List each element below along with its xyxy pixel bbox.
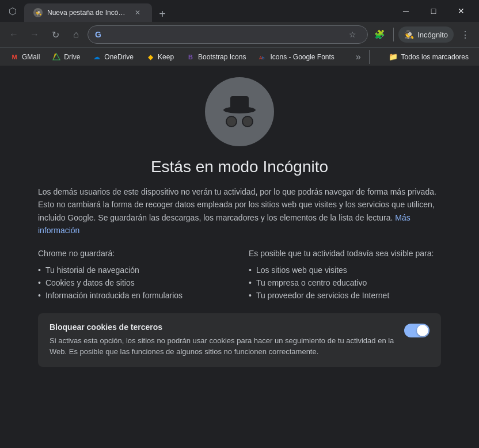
list-item: Información introducida en formularios	[38, 289, 230, 302]
bookmarks-folder-button[interactable]: 📁 Todos los marcadores	[383, 50, 474, 64]
bookmark-google-fonts[interactable]: A b Icons - Google Fonts	[253, 50, 340, 64]
svg-point-11	[243, 117, 252, 126]
address-actions: ☆	[344, 26, 360, 43]
incognito-label: Incógnito	[417, 31, 448, 39]
col1-title: Chrome no guardará:	[38, 249, 230, 258]
minimize-button[interactable]: ─	[393, 2, 419, 20]
incognito-button[interactable]: 🕵 Incógnito	[398, 26, 454, 43]
folder-icon: 📁	[389, 52, 398, 61]
toggle-knob	[417, 325, 428, 336]
home-button[interactable]: ⌂	[67, 25, 85, 44]
list-item: Tu proveedor de servicios de Internet	[249, 289, 441, 302]
active-tab[interactable]: 🕵 Nueva pestaña de Incógnito ✕	[24, 3, 152, 22]
svg-text:b: b	[262, 55, 265, 60]
list-item: Tu historial de navegación	[38, 264, 230, 276]
bookmarks-folder-label: Todos los marcadores	[401, 53, 469, 61]
bookmark-bootstrap-label: Bootstrap Icons	[198, 53, 246, 61]
g-logo-icon: G	[95, 30, 101, 39]
activity-visible-col: Es posible que tu actividad todavía sea …	[249, 249, 441, 302]
close-button[interactable]: ✕	[448, 2, 474, 20]
main-content: Estás en modo Incógnito Los demás usuari…	[0, 66, 479, 448]
bookmark-onedrive[interactable]: ☁ OneDrive	[87, 50, 139, 64]
drive-icon	[52, 53, 60, 61]
tab-bar: 🕵 Nueva pestaña de Incógnito ✕ +	[24, 0, 389, 22]
bookmark-keep-label: Keep	[158, 53, 174, 61]
bootstrap-icon: B	[187, 53, 195, 61]
incognito-icon-circle	[205, 77, 274, 146]
window-controls: ─ □ ✕	[393, 2, 474, 20]
bookmark-star-icon[interactable]: ☆	[344, 26, 360, 43]
back-button[interactable]: ←	[5, 25, 23, 44]
onedrive-icon: ☁	[93, 53, 101, 61]
cookie-block-toggle[interactable]	[404, 324, 429, 337]
reload-button[interactable]: ↻	[46, 25, 64, 44]
two-column-section: Chrome no guardará: Tu historial de nave…	[38, 249, 441, 302]
gmail-icon: M	[10, 53, 18, 61]
list-item: Tu empresa o centro educativo	[249, 276, 441, 289]
bookmarks-more-button[interactable]: »	[351, 50, 366, 64]
nav-extras: 🧩 🕵 Incógnito ⋮	[370, 25, 474, 44]
bookmark-gmail[interactable]: M GMail	[5, 50, 45, 64]
tab-favicon: 🕵	[33, 8, 43, 17]
col2-list: Los sitios web que visites Tu empresa o …	[249, 264, 441, 302]
titlebar: ⬡ 🕵 Nueva pestaña de Incógnito ✕ + ─ □ ✕	[0, 0, 479, 22]
bookmark-drive-label: Drive	[64, 53, 80, 61]
google-fonts-icon: A b	[258, 53, 267, 61]
restore-button[interactable]: □	[420, 2, 447, 20]
incognito-container: Estás en modo Incógnito Los demás usuari…	[38, 77, 441, 434]
address-bar[interactable]: G ☆	[88, 25, 368, 44]
col1-list: Tu historial de navegación Cookies y dat…	[38, 264, 230, 302]
profile-icon[interactable]: ⬡	[5, 3, 21, 19]
address-input[interactable]	[106, 30, 340, 39]
extensions-icon[interactable]: 🧩	[370, 25, 389, 44]
navbar: ← → ↻ ⌂ G ☆ 🧩 🕵 Incógnito ⋮	[0, 22, 479, 47]
cookie-block-text: Bloquear cookies de terceros Si activas …	[50, 322, 395, 358]
menu-button[interactable]: ⋮	[456, 25, 474, 44]
bookmark-drive[interactable]: Drive	[47, 50, 86, 64]
incognito-svg-icon	[216, 92, 263, 132]
col2-title: Es posible que tu actividad todavía sea …	[249, 249, 441, 258]
list-item: Cookies y datos de sitios	[38, 276, 230, 289]
cookie-block-title: Bloquear cookies de terceros	[50, 322, 395, 332]
cookie-block-desc: Si activas esta opción, los sitios no po…	[50, 335, 395, 358]
list-item: Los sitios web que visites	[249, 264, 441, 276]
bookmark-keep[interactable]: ◆ Keep	[140, 50, 180, 64]
tab-close-button[interactable]: ✕	[132, 7, 143, 18]
keep-icon: ◆	[146, 53, 154, 61]
chrome-wont-save-col: Chrome no guardará: Tu historial de nave…	[38, 249, 230, 302]
svg-point-9	[227, 117, 236, 126]
bookmark-onedrive-label: OneDrive	[104, 53, 134, 61]
incognito-title: Estás en modo Incógnito	[151, 158, 328, 176]
tab-title: Nueva pestaña de Incógnito	[47, 9, 128, 17]
incognito-hat-icon: 🕵	[404, 30, 414, 39]
bookmark-bootstrap[interactable]: B Bootstrap Icons	[181, 50, 252, 64]
bookmark-google-fonts-label: Icons - Google Fonts	[270, 53, 334, 61]
bookmark-gmail-label: GMail	[22, 53, 40, 61]
incognito-description: Los demás usuarios de este dispositivo n…	[38, 185, 441, 237]
bookmarks-bar: M GMail Drive ☁ OneDrive ◆ Keep B Bootst…	[0, 47, 479, 66]
svg-rect-6	[226, 108, 253, 112]
cookie-block-box: Bloquear cookies de terceros Si activas …	[38, 313, 441, 367]
nav-divider	[393, 28, 394, 41]
forward-button[interactable]: →	[25, 25, 44, 44]
bookmarks-divider	[369, 50, 370, 64]
new-tab-button[interactable]: +	[154, 6, 170, 22]
